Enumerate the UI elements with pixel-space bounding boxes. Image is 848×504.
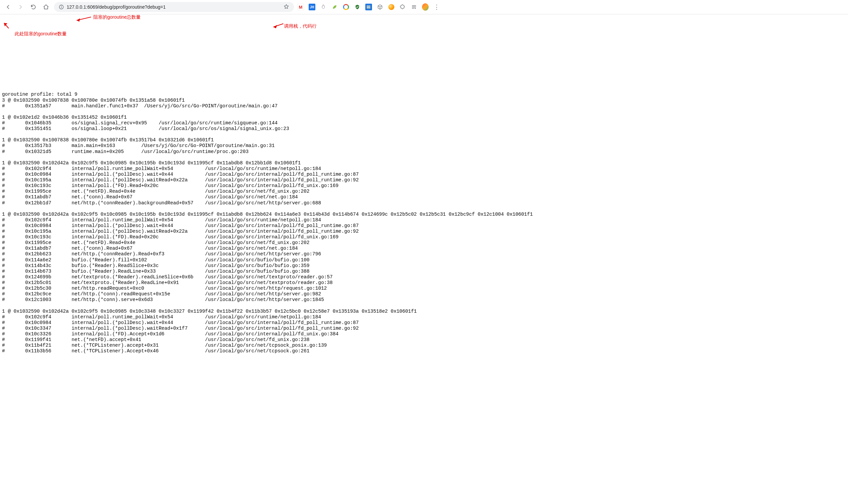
leaf-extension-icon[interactable]: [331, 4, 338, 10]
cube-extension-icon[interactable]: [377, 4, 383, 10]
home-icon: [43, 4, 49, 10]
reload-icon: [30, 4, 36, 10]
site-info-icon[interactable]: [59, 4, 64, 10]
address-bar[interactable]: [54, 2, 294, 12]
annotation-arrow-count: [1, 21, 11, 30]
annotation-callstack: 调用栈，代码行: [284, 23, 317, 29]
gmail-icon[interactable]: M: [297, 4, 304, 10]
back-button[interactable]: [3, 2, 13, 12]
reading-list-icon[interactable]: [411, 4, 417, 10]
onion-extension-icon[interactable]: [320, 4, 327, 10]
extensions-puzzle-icon[interactable]: [399, 4, 406, 10]
annotation-total-goroutines: 阻塞的goroutine总数量: [93, 14, 141, 20]
annotation-here-blocked: 此处阻塞的goroutine数量: [15, 31, 67, 37]
google-translate-icon[interactable]: 🔤: [365, 4, 372, 10]
bookmark-star-icon[interactable]: [283, 4, 289, 11]
extension-icons: M JH 🔤 ⋮: [297, 4, 443, 10]
browser-toolbar: M JH 🔤 ⋮: [0, 0, 848, 14]
forward-button[interactable]: [16, 2, 25, 12]
browser-menu-icon[interactable]: ⋮: [433, 4, 440, 10]
pprof-profile-text: goroutine profile: total 9 3 @ 0x1032590…: [2, 92, 846, 360]
reload-button[interactable]: [29, 2, 38, 12]
arrow-left-icon: [5, 4, 11, 10]
profile-avatar-icon[interactable]: [422, 4, 429, 10]
shield-extension-icon[interactable]: [354, 4, 361, 10]
chrome-circle-icon[interactable]: [343, 4, 349, 10]
annotation-arrow-callstack: [271, 22, 285, 29]
arrow-right-icon: [17, 4, 24, 10]
sun-extension-icon[interactable]: [388, 4, 395, 10]
svg-point-2: [61, 6, 62, 6]
annotation-arrow-total: [73, 16, 93, 23]
home-button[interactable]: [41, 2, 51, 12]
jh-extension-icon[interactable]: JH: [309, 4, 315, 10]
url-input[interactable]: [67, 4, 281, 10]
page-content: 阻塞的goroutine总数量 此处阻塞的goroutine数量 调用栈，代码行…: [0, 14, 848, 372]
